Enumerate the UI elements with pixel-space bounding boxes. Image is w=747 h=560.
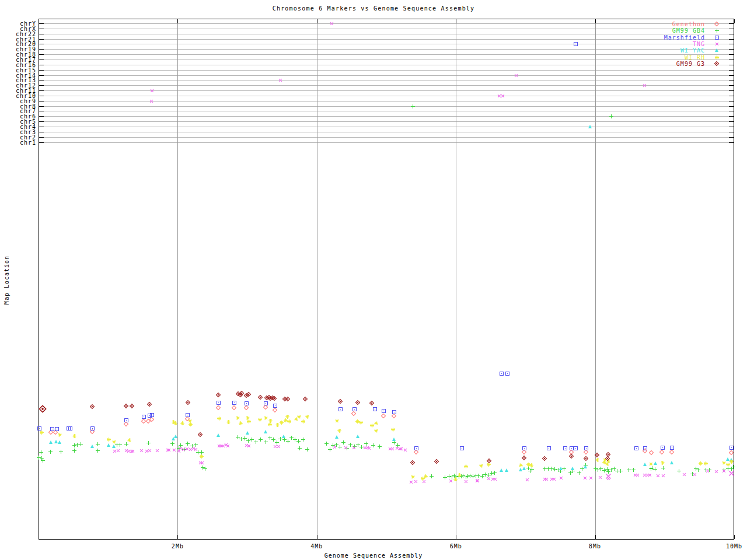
data-point-marker: [124, 418, 128, 422]
data-point-marker: [338, 445, 342, 449]
data-point-marker: [392, 410, 396, 414]
axis-tick-left: [39, 101, 44, 102]
axis-tick-left: [39, 70, 44, 71]
axis-tick-left: [39, 142, 44, 143]
data-point-marker: [378, 444, 382, 449]
data-point-marker: [670, 446, 674, 450]
legend-label: GM99 GB4: [0, 27, 705, 34]
data-point-marker: [661, 466, 665, 470]
axis-tick-left: [39, 106, 44, 107]
data-point-marker: [150, 413, 154, 417]
axis-tick-right: [729, 85, 734, 86]
axis-tick-right: [729, 34, 734, 34]
axis-tick-left: [39, 80, 44, 80]
data-point-marker: [189, 422, 193, 426]
data-point-marker: [236, 416, 240, 420]
axis-tick-left: [39, 121, 44, 122]
axis-tick-left: [39, 75, 44, 76]
axis-tick-right: [729, 65, 734, 65]
data-point-marker: [392, 438, 396, 441]
data-point-marker: [670, 461, 673, 464]
data-point-marker: [464, 464, 468, 468]
axis-tick-bottom: [595, 535, 596, 539]
data-point-marker: [90, 444, 94, 448]
data-point-marker: [226, 420, 231, 424]
axis-tick-right: [729, 23, 734, 24]
legend-label: WI YAC: [0, 47, 705, 54]
data-point-marker: [562, 467, 566, 471]
data-point-marker: [41, 459, 45, 463]
legend-label: Genethon: [0, 21, 705, 27]
data-point-marker: [107, 443, 110, 447]
data-point-marker: [619, 469, 623, 473]
data-point-marker: [370, 424, 374, 428]
axis-tick-bottom: [734, 535, 735, 539]
data-point-marker: [414, 446, 418, 450]
data-point-marker: [460, 446, 464, 450]
data-point-marker: [661, 461, 665, 465]
data-point-marker: [677, 469, 681, 473]
data-point-marker: [247, 419, 251, 424]
data-point-marker: [58, 440, 61, 444]
data-point-marker: [627, 468, 631, 472]
data-point-marker: [631, 468, 636, 472]
data-point-marker: [264, 401, 268, 405]
data-point-marker: [424, 474, 428, 478]
axis-tick-left: [39, 90, 44, 91]
data-point-marker: [124, 442, 128, 446]
data-point-marker: [273, 404, 277, 408]
data-point-marker: [328, 447, 332, 452]
data-point-marker: [609, 114, 613, 118]
data-point-marker: [500, 468, 503, 472]
axis-tick-left: [39, 137, 44, 138]
legend-label: GM99 G3: [0, 60, 705, 66]
axis-tick-left: [39, 85, 44, 86]
y-axis-label: Map Location: [4, 256, 10, 304]
data-point-marker: [282, 435, 285, 438]
chromosome-label: chr1: [0, 139, 36, 146]
data-point-marker: [374, 421, 378, 425]
data-point-marker: [55, 427, 59, 431]
data-point-marker: [180, 421, 184, 425]
data-point-marker: [374, 429, 378, 433]
data-point-marker: [200, 454, 204, 459]
data-point-marker: [296, 439, 301, 443]
data-point-marker: [264, 430, 267, 433]
data-point-marker: [458, 473, 462, 477]
data-point-marker: [239, 421, 243, 425]
data-point-marker: [186, 442, 190, 446]
data-point-marker: [40, 430, 44, 435]
data-point-marker: [411, 475, 415, 479]
data-point-marker: [50, 427, 54, 431]
data-point-marker: [259, 438, 263, 442]
axis-tick-right: [729, 70, 734, 71]
data-point-marker: [79, 442, 83, 446]
axis-tick-bottom: [456, 535, 456, 539]
data-point-marker: [731, 465, 735, 469]
data-point-marker: [699, 461, 703, 466]
data-point-marker: [298, 446, 302, 450]
data-point-marker: [595, 458, 599, 462]
data-point-marker: [584, 465, 587, 468]
data-point-marker: [443, 475, 447, 480]
data-point-marker: [301, 438, 305, 442]
data-point-marker: [338, 407, 343, 411]
data-point-marker: [118, 443, 122, 447]
data-point-marker: [174, 435, 177, 438]
data-point-marker: [382, 409, 386, 413]
data-point-marker: [522, 446, 526, 450]
data-point-marker: [493, 471, 497, 475]
data-point-marker: [264, 440, 268, 444]
data-point-marker: [570, 446, 574, 450]
chart-title: Chromosome 6 Markers vs Genome Sequence …: [0, 5, 747, 12]
plot-border: [39, 19, 734, 540]
data-point-marker: [217, 401, 221, 405]
data-point-marker: [268, 419, 273, 423]
axis-tick-right: [729, 49, 734, 50]
data-point-marker: [246, 431, 249, 435]
data-point-marker: [250, 438, 254, 442]
data-point-marker: [258, 418, 262, 422]
data-point-marker: [254, 440, 258, 444]
axis-tick-right: [729, 75, 734, 76]
axis-tick-left: [39, 96, 44, 96]
